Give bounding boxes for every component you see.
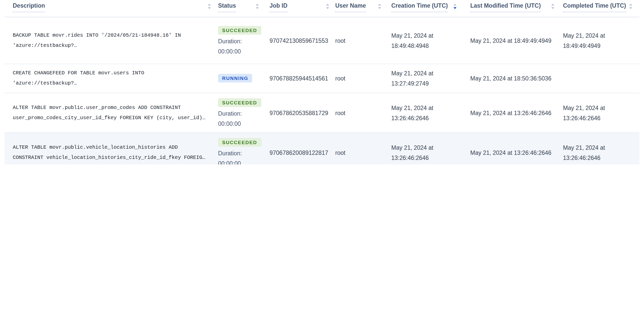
job-last-modified-time: May 21, 2024 at 18:49:49:4949 xyxy=(463,17,555,64)
job-last-modified-time: May 21, 2024 at 13:26:46:2646 xyxy=(463,93,555,133)
job-last-modified-time: May 21, 2024 at 13:26:46:2646 xyxy=(463,133,555,164)
column-header-job-id[interactable]: Job ID xyxy=(261,0,331,17)
job-status-cell: SUCCEEDED Duration: 00:00:00 xyxy=(214,133,261,164)
status-badge: SUCCEEDED xyxy=(218,26,261,34)
sort-arrows-icon xyxy=(551,4,554,9)
column-header-last-modified-time[interactable]: Last Modified Time (UTC) xyxy=(463,0,555,17)
column-header-user-name[interactable]: User Name xyxy=(331,0,383,17)
job-completed-time: May 21, 2024 at 18:49:49:4949 xyxy=(555,17,639,64)
job-description-link[interactable]: BACKUP TABLE movr.rides INTO '/2024/05/2… xyxy=(5,17,214,64)
job-status-cell: SUCCEEDED Duration: 00:00:00 xyxy=(214,17,261,64)
jobs-table: Description Status Job ID xyxy=(5,0,639,164)
job-creation-time: May 21, 2024 at 18:49:48:4948 xyxy=(383,17,463,64)
sort-arrows-icon xyxy=(256,4,259,9)
table-row: CREATE CHANGEFEED FOR TABLE movr.users I… xyxy=(5,64,639,93)
column-label: Status xyxy=(218,2,236,12)
column-label: User Name xyxy=(335,2,366,12)
jobs-table-page: Description Status Job ID xyxy=(0,0,644,164)
job-last-modified-time: May 21, 2024 at 18:50:36:5036 xyxy=(463,64,555,93)
job-user: root xyxy=(331,133,383,164)
table-row: ALTER TABLE movr.public.user_promo_codes… xyxy=(5,93,639,133)
job-user: root xyxy=(331,64,383,93)
sort-arrows-icon xyxy=(378,4,381,9)
job-description-link[interactable]: ALTER TABLE movr.public.vehicle_location… xyxy=(5,133,214,164)
column-header-creation-time[interactable]: Creation Time (UTC) xyxy=(383,0,463,17)
table-row: BACKUP TABLE movr.rides INTO '/2024/05/2… xyxy=(5,17,639,64)
job-id: 970678620089122817 xyxy=(261,133,331,164)
job-completed-time xyxy=(555,64,639,93)
sort-arrows-icon xyxy=(453,4,457,9)
column-header-status[interactable]: Status xyxy=(214,0,261,17)
table-row: ALTER TABLE movr.public.vehicle_location… xyxy=(5,133,639,164)
job-duration: Duration: 00:00:00 xyxy=(218,148,259,164)
job-description-link[interactable]: CREATE CHANGEFEED FOR TABLE movr.users I… xyxy=(5,64,214,93)
job-creation-time: May 21, 2024 at 13:26:46:2646 xyxy=(383,133,463,164)
job-creation-time: May 21, 2024 at 13:27:49:2749 xyxy=(383,64,463,93)
job-user: root xyxy=(331,93,383,133)
job-id: 970678620535881729 xyxy=(261,93,331,133)
column-label: Completed Time (UTC) xyxy=(563,2,626,12)
job-duration: Duration: 00:00:00 xyxy=(218,108,259,129)
column-header-description[interactable]: Description xyxy=(5,0,214,17)
job-completed-time: May 21, 2024 at 13:26:46:2646 xyxy=(555,93,639,133)
column-label: Last Modified Time (UTC) xyxy=(470,2,541,12)
table-header-row: Description Status Job ID xyxy=(5,0,639,17)
column-label: Description xyxy=(13,2,45,12)
status-badge: SUCCEEDED xyxy=(218,138,261,146)
column-label: Job ID xyxy=(270,2,287,12)
column-label: Creation Time (UTC) xyxy=(391,2,448,12)
job-status-cell: RUNNING xyxy=(214,64,261,93)
job-id: 970742130859671553 xyxy=(261,17,331,64)
sort-arrows-icon xyxy=(208,4,211,9)
sort-arrows-icon xyxy=(629,4,632,9)
job-id: 970678825944514561 xyxy=(261,64,331,93)
job-user: root xyxy=(331,17,383,64)
status-badge: SUCCEEDED xyxy=(218,98,261,107)
job-completed-time: May 21, 2024 at 13:26:46:2646 xyxy=(555,133,639,164)
status-badge: RUNNING xyxy=(218,74,252,83)
job-duration: Duration: 00:00:00 xyxy=(218,36,259,56)
sort-arrows-icon xyxy=(326,4,329,9)
job-description-link[interactable]: ALTER TABLE movr.public.user_promo_codes… xyxy=(5,93,214,133)
job-creation-time: May 21, 2024 at 13:26:46:2646 xyxy=(383,93,463,133)
column-header-completed-time[interactable]: Completed Time (UTC) xyxy=(555,0,639,17)
job-status-cell: SUCCEEDED Duration: 00:00:00 xyxy=(214,93,261,133)
